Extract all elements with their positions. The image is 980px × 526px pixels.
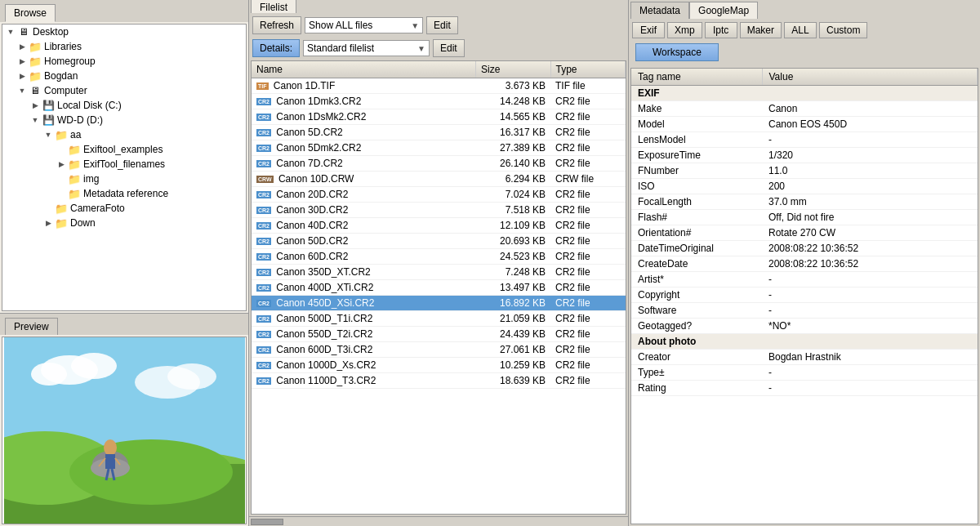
left-panel: Browse ▼ 🖥 Desktop ▶ 📁 Libraries ▶ 📁 Hom… bbox=[0, 0, 249, 526]
meta-row: Flash# Off, Did not fire bbox=[631, 210, 978, 225]
exif-button[interactable]: Exif bbox=[632, 22, 665, 38]
table-row[interactable]: CR2 Canon 50D.CR2 20.693 KB CR2 file bbox=[252, 234, 626, 249]
file-name: Canon 40D.CR2 bbox=[276, 220, 348, 231]
tree-item-wd-d[interactable]: ▼ 💾 WD-D (D:) bbox=[2, 113, 246, 127]
file-type-cell: CR2 file bbox=[550, 187, 626, 203]
table-row[interactable]: CR2 Canon 1000D_Xs.CR2 10.259 KB CR2 fil… bbox=[252, 358, 626, 373]
tree-item-exiftool-examples[interactable]: ▶ 📁 Exiftool_examples bbox=[2, 142, 246, 157]
table-row[interactable]: CR2 Canon 1DsMk2.CR2 14.565 KB CR2 file bbox=[252, 109, 626, 125]
file-type-cell: CR2 file bbox=[550, 234, 626, 249]
table-row[interactable]: CR2 Canon 7D.CR2 26.140 KB CR2 file bbox=[252, 156, 626, 172]
googlemap-tab[interactable]: GoogleMap bbox=[689, 2, 758, 19]
meta-row: FocalLength 37.0 mm bbox=[631, 194, 978, 210]
table-row[interactable]: CR2 Canon 40D.CR2 12.109 KB CR2 file bbox=[252, 218, 626, 234]
meta-value-cell: 1/320 bbox=[762, 148, 978, 163]
expand-icon[interactable]: ▼ bbox=[42, 128, 55, 141]
all-button[interactable]: ALL bbox=[784, 22, 817, 38]
file-table-container[interactable]: Name Size Type TIF Canon 1D.TIF 3.673 KB… bbox=[251, 60, 626, 515]
file-size-cell: 12.109 KB bbox=[476, 218, 551, 234]
col-header-size[interactable]: Size bbox=[476, 61, 551, 78]
table-row[interactable]: CR2 Canon 5D.CR2 16.317 KB CR2 file bbox=[252, 125, 626, 140]
meta-row: Orientation# Rotate 270 CW bbox=[631, 225, 978, 241]
tree-item-homegroup[interactable]: ▶ 📁 Homegroup bbox=[2, 54, 246, 69]
tree-item-exiftool-filenames[interactable]: ▶ 📁 ExifTool_filenames bbox=[2, 157, 246, 172]
table-row[interactable]: CR2 Canon 500D_T1i.CR2 21.059 KB CR2 fil… bbox=[252, 311, 626, 327]
preview-tab[interactable]: Preview bbox=[5, 318, 58, 335]
tree-item-desktop[interactable]: ▼ 🖥 Desktop bbox=[2, 25, 246, 39]
table-row[interactable]: CR2 Canon 5Dmk2.CR2 27.389 KB CR2 file bbox=[252, 140, 626, 156]
meta-row: Copyright - bbox=[631, 288, 978, 303]
meta-toolbar: Exif Xmp Iptc Maker ALL Custom bbox=[629, 19, 980, 42]
tree-label: Metadata reference bbox=[83, 188, 168, 199]
table-row[interactable]: TIF Canon 1D.TIF 3.673 KB TIF file bbox=[252, 78, 626, 94]
table-row[interactable]: CR2 Canon 1Dmk3.CR2 14.248 KB CR2 file bbox=[252, 94, 626, 109]
tree-item-computer[interactable]: ▼ 🖥 Computer bbox=[2, 83, 246, 98]
edit2-button[interactable]: Edit bbox=[433, 39, 465, 57]
table-row[interactable]: CR2 Canon 60D.CR2 24.523 KB CR2 file bbox=[252, 249, 626, 265]
file-name: Canon 10D.CRW bbox=[278, 173, 354, 185]
file-name-cell: CR2 Canon 5D.CR2 bbox=[252, 125, 476, 140]
table-row[interactable]: CR2 Canon 400D_XTi.CR2 13.497 KB CR2 fil… bbox=[252, 280, 626, 296]
table-row[interactable]: CR2 Canon 350D_XT.CR2 7.248 KB CR2 file bbox=[252, 265, 626, 280]
workspace-button[interactable]: Workspace bbox=[635, 43, 719, 61]
expand-icon[interactable]: ▼ bbox=[16, 84, 29, 97]
folder-icon: 📁 bbox=[55, 216, 68, 230]
file-size-cell: 7.024 KB bbox=[476, 187, 551, 203]
tree-item-bogdan[interactable]: ▶ 📁 Bogdan bbox=[2, 69, 246, 83]
file-tree: ▼ 🖥 Desktop ▶ 📁 Libraries ▶ 📁 Homegroup … bbox=[2, 24, 247, 311]
expand-icon[interactable]: ▼ bbox=[4, 25, 17, 38]
refresh-button[interactable]: Refresh bbox=[252, 16, 301, 34]
tree-item-libraries[interactable]: ▶ 📁 Libraries bbox=[2, 39, 246, 54]
edit-button[interactable]: Edit bbox=[426, 16, 458, 34]
expand-icon[interactable]: ▶ bbox=[29, 99, 42, 112]
maker-button[interactable]: Maker bbox=[740, 22, 782, 38]
section-header: EXIF bbox=[631, 86, 978, 101]
custom-button[interactable]: Custom bbox=[819, 22, 867, 38]
tree-label: ExifTool_filenames bbox=[83, 158, 165, 170]
file-size-cell: 20.693 KB bbox=[476, 234, 551, 249]
table-row[interactable]: CR2 Canon 600D_T3i.CR2 27.061 KB CR2 fil… bbox=[252, 342, 626, 358]
file-type-icon: CR2 bbox=[256, 362, 271, 369]
details-button[interactable]: Details: bbox=[252, 39, 300, 57]
preview-image-container bbox=[2, 337, 247, 524]
tree-item-metadata-ref[interactable]: ▶ 📁 Metadata reference bbox=[2, 186, 246, 201]
tree-item-img[interactable]: ▶ 📁 img bbox=[2, 172, 246, 186]
table-row[interactable]: CR2 Canon 30D.CR2 7.518 KB CR2 file bbox=[252, 203, 626, 218]
iptc-button[interactable]: Iptc bbox=[705, 22, 737, 38]
expand-icon[interactable]: ▶ bbox=[42, 216, 55, 230]
file-size-cell: 27.389 KB bbox=[476, 140, 551, 156]
browse-tab[interactable]: Browse bbox=[5, 4, 56, 22]
metadata-tab[interactable]: Metadata bbox=[630, 2, 689, 19]
expand-icon[interactable]: ▼ bbox=[29, 114, 42, 127]
expand-icon[interactable]: ▶ bbox=[16, 55, 29, 68]
col-header-value[interactable]: Value bbox=[762, 69, 978, 86]
file-type-cell: CR2 file bbox=[550, 296, 626, 311]
col-header-name[interactable]: Name bbox=[252, 61, 476, 78]
file-name-cell: CR2 Canon 400D_XTi.CR2 bbox=[252, 280, 476, 296]
tree-label: Computer bbox=[44, 85, 87, 96]
file-size-cell: 21.059 KB bbox=[476, 311, 551, 327]
table-row[interactable]: CR2 Canon 550D_T2i.CR2 24.439 KB CR2 fil… bbox=[252, 327, 626, 342]
standard-filelist-dropdown[interactable]: Standard filelist ▼ bbox=[303, 40, 430, 56]
tree-item-camerafoto[interactable]: ▶ 📁 CameraFoto bbox=[2, 201, 246, 216]
table-row[interactable]: CR2 Canon 20D.CR2 7.024 KB CR2 file bbox=[252, 187, 626, 203]
file-name: Canon 400D_XTi.CR2 bbox=[276, 282, 373, 293]
meta-table: Tag name Value EXIF Make Canon Model Can… bbox=[631, 69, 978, 396]
expand-icon[interactable]: ▶ bbox=[16, 40, 29, 53]
horizontal-scrollbar[interactable] bbox=[249, 516, 628, 526]
monitor-icon: 🖥 bbox=[29, 84, 42, 97]
xmp-button[interactable]: Xmp bbox=[667, 22, 702, 38]
tree-item-down[interactable]: ▶ 📁 Down bbox=[2, 216, 246, 230]
meta-table-container[interactable]: Tag name Value EXIF Make Canon Model Can… bbox=[630, 68, 978, 524]
tree-item-local-disk[interactable]: ▶ 💾 Local Disk (C:) bbox=[2, 98, 246, 113]
file-type-icon: CR2 bbox=[256, 284, 271, 292]
expand-icon[interactable]: ▶ bbox=[16, 69, 29, 82]
table-row[interactable]: CR2 Canon 1100D_T3.CR2 18.639 KB CR2 fil… bbox=[252, 373, 626, 389]
table-row[interactable]: CR2 Canon 450D_XSi.CR2 16.892 KB CR2 fil… bbox=[252, 296, 626, 311]
tree-item-aa[interactable]: ▼ 📁 aa bbox=[2, 127, 246, 142]
col-header-type[interactable]: Type bbox=[550, 61, 626, 78]
col-header-tag[interactable]: Tag name bbox=[631, 69, 762, 86]
table-row[interactable]: CRW Canon 10D.CRW 6.294 KB CRW file bbox=[252, 172, 626, 187]
show-all-dropdown[interactable]: Show ALL files ▼ bbox=[305, 17, 423, 33]
expand-icon[interactable]: ▶ bbox=[55, 158, 68, 171]
